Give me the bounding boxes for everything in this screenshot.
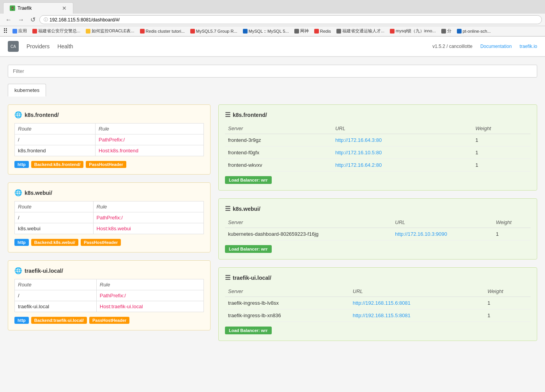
back-button[interactable]: ←	[3, 16, 14, 24]
server-name: traefik-ingress-lb-lv8sx	[225, 297, 350, 309]
bookmark-apps[interactable]: 应用	[10, 27, 29, 35]
filter-input[interactable]	[8, 65, 537, 78]
bookmark-2[interactable]: 如何监控ORACLE表...	[83, 27, 136, 35]
bookmark-icon	[243, 29, 248, 34]
frontend-card-title: 🌐 traefik-ui.local/	[14, 267, 204, 274]
weight-col-header: Weight	[485, 286, 531, 297]
frontend-title: k8s.frontend/	[25, 112, 59, 118]
bookmark-8[interactable]: 福建省交通运输人才...	[334, 27, 387, 35]
badge-passhost: PassHostHeader	[86, 161, 126, 168]
bookmark-11[interactable]: pt-online-sch...	[455, 28, 493, 34]
server-url: http://172.16.64.2:80	[332, 159, 472, 171]
server-weight: 1	[485, 309, 531, 322]
bookmark-3[interactable]: Redis cluster tutori...	[138, 28, 187, 34]
bookmark-7[interactable]: Redis	[312, 28, 333, 34]
nav-health[interactable]: Health	[57, 42, 73, 51]
route-cell: k8s.webui	[15, 223, 94, 234]
route-cell: traefik-ui.local	[15, 301, 97, 312]
url-col-header: URL	[332, 123, 472, 134]
backend-title: traefik-ui.local/	[233, 275, 271, 281]
nav-bar: ← → ↺ ⓘ 192.168.115.5:8081/dashboard/#/	[0, 14, 545, 26]
browser-tab[interactable]: 🚦 Traefik ✕	[3, 2, 73, 14]
bookmark-9[interactable]: mysql锁（九）inno...	[388, 27, 438, 35]
backend-title: k8s.frontend/	[233, 112, 267, 118]
nav-providers[interactable]: Providers	[27, 42, 50, 51]
route-cell: k8s.frontend	[15, 145, 96, 156]
frontend-title: k8s.webui/	[25, 190, 52, 196]
server-url: http://192.168.115.5:8081	[350, 309, 485, 322]
rule-cell: PathPrefix:/	[93, 212, 203, 223]
browser-chrome: 🚦 Traefik ✕ ← → ↺ ⓘ 192.168.115.5:8081/d…	[0, 0, 545, 37]
bookmark-1[interactable]: 福建省公安厅交警总...	[30, 27, 83, 35]
tab-close-button[interactable]: ✕	[62, 5, 67, 11]
server-table-backend-1: Server URL Weight kubernetes-dashboard-8…	[225, 217, 531, 240]
table-row: traefik-ui.local Host:traefik-ui.local	[15, 301, 204, 312]
address-bar[interactable]: ⓘ 192.168.115.5:8081/dashboard/#/	[39, 15, 542, 24]
list-icon: ☰	[225, 274, 230, 281]
table-row: traefik-ingress-lb-lv8sx http://192.168.…	[225, 297, 531, 309]
bookmark-icon	[140, 29, 145, 34]
forward-button[interactable]: →	[16, 16, 27, 24]
bookmark-5[interactable]: MySQL :: MySQL 5...	[241, 28, 291, 34]
bookmark-6[interactable]: 网神	[292, 27, 311, 35]
table-row: / PathPrefix:/	[15, 134, 204, 145]
tab-favicon: 🚦	[10, 5, 15, 11]
bookmark-icon	[294, 29, 299, 34]
badge-http: http	[14, 239, 29, 246]
logo-text: CA	[11, 44, 16, 49]
traefik-link[interactable]: traefik.io	[520, 44, 537, 49]
bookmark-icon	[190, 29, 195, 34]
globe-icon: 🌐	[14, 111, 22, 118]
bookmark-icon	[314, 29, 319, 34]
app-logo: CA	[8, 41, 19, 52]
main-content: kubernetes 🌐 k8s.frontend/ Route Rule	[0, 57, 545, 369]
server-url-link[interactable]: http://172.16.64.2:80	[335, 162, 382, 168]
tab-nav: kubernetes	[8, 84, 537, 97]
docs-link[interactable]: Documentation	[480, 44, 512, 49]
server-url-link[interactable]: http://172.16.64.3:80	[335, 137, 382, 143]
app-header-right: v1.5.2 / cancoillotte Documentation trae…	[432, 44, 537, 49]
table-row: frontend-wkvxv http://172.16.64.2:80 1	[225, 159, 531, 171]
badge-row: http Backend:traefik-ui.local/ PassHostH…	[14, 317, 204, 324]
server-table-backend-0: Server URL Weight frontend-3r9gz http://…	[225, 123, 531, 171]
route-col-header: Route	[15, 279, 97, 290]
server-weight: 1	[472, 147, 531, 159]
table-row: k8s.frontend Host:k8s.frontend	[15, 145, 204, 156]
lb-badge: Load Balancer: wrr	[225, 327, 272, 334]
server-url: http://192.168.115.6:8081	[350, 297, 485, 309]
server-weight: 1	[485, 297, 531, 309]
table-row: / PathPrefix:/	[15, 212, 204, 223]
bookmarks-bar: ⠿ 应用 福建省公安厅交警总... 如何监控ORACLE表... Redis c…	[0, 26, 545, 36]
rule-col-header: Rule	[96, 279, 203, 290]
route-table-frontend-0: Route Rule / PathPrefix:/ k8s.frontend H…	[14, 123, 204, 156]
reload-button[interactable]: ↺	[28, 15, 38, 24]
server-url-link[interactable]: http://192.168.115.6:8081	[353, 300, 411, 306]
table-row: frontend-f0gfx http://172.16.10.5:80 1	[225, 147, 531, 159]
badge-backend: Backend:k8s.webui/	[31, 239, 78, 246]
rule-cell: Host:traefik-ui.local	[96, 301, 203, 312]
lb-badge: Load Balancer: wrr	[225, 176, 272, 184]
list-icon: ☰	[225, 111, 230, 118]
apps-icon[interactable]: ⠿	[3, 27, 8, 35]
server-url-link[interactable]: http://172.16.10.3:9090	[395, 231, 447, 237]
rule-col-header: Rule	[96, 124, 204, 134]
frontends-column: 🌐 k8s.frontend/ Route Rule / PathPrefix:…	[8, 104, 211, 341]
bookmark-10[interactable]: 分	[439, 27, 454, 35]
server-col-header: Server	[225, 217, 392, 228]
frontend-card-k8s-frontend: 🌐 k8s.frontend/ Route Rule / PathPrefix:…	[8, 104, 211, 175]
badge-passhost: PassHostHeader	[89, 317, 129, 324]
backend-card-k8s-frontend: ☰ k8s.frontend/ Server URL Weight fronte…	[218, 104, 537, 191]
bookmark-icon	[441, 29, 446, 34]
globe-icon: 🌐	[14, 267, 22, 274]
globe-icon: 🌐	[14, 189, 22, 196]
server-url-link[interactable]: http://172.16.10.5:80	[335, 150, 382, 155]
server-table-backend-2: Server URL Weight traefik-ingress-lb-lv8…	[225, 286, 531, 322]
bookmark-4[interactable]: MySQL5.7 Group R...	[188, 28, 240, 34]
backend-card-title: ☰ k8s.frontend/	[225, 111, 531, 118]
frontend-title: traefik-ui.local/	[25, 268, 63, 274]
rule-cell: PathPrefix:/	[96, 134, 204, 145]
server-url-link[interactable]: http://192.168.115.5:8081	[353, 313, 411, 318]
route-cell: /	[15, 290, 97, 301]
tab-kubernetes[interactable]: kubernetes	[8, 84, 46, 97]
url-text: 192.168.115.5:8081/dashboard/#/	[50, 17, 120, 23]
